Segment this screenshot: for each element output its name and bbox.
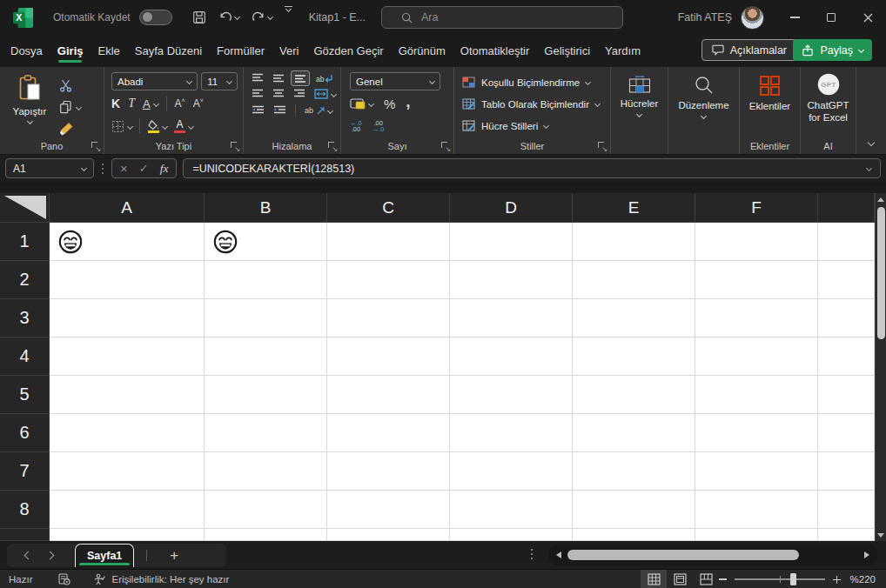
cell-E2[interactable] [573, 261, 695, 299]
cell[interactable] [818, 376, 875, 414]
cell-C7[interactable] [327, 452, 450, 491]
column-header-D[interactable]: D [450, 193, 573, 223]
tab-formuller[interactable]: Formüller [217, 37, 265, 64]
tab-yardim[interactable]: Yardım [605, 37, 641, 64]
font-dialog-launcher[interactable] [231, 142, 239, 150]
cell-C3[interactable] [327, 299, 450, 337]
cell-B6[interactable] [205, 414, 327, 452]
collapse-ribbon-chevron-icon[interactable] [868, 139, 875, 146]
cut-button[interactable] [59, 77, 81, 94]
cell-D1[interactable] [450, 223, 573, 261]
increase-indent-button[interactable] [273, 105, 286, 116]
cell[interactable] [818, 337, 875, 376]
cell-B3[interactable] [205, 299, 327, 337]
tab-gorunum[interactable]: Görünüm [399, 37, 446, 64]
cell-A5[interactable] [50, 376, 205, 414]
fill-color-button[interactable] [147, 120, 167, 133]
align-center-button[interactable] [272, 89, 285, 99]
chatgpt-button[interactable]: GPT ChatGPT for Excel [801, 67, 856, 124]
font-color-dropdown-chevron-icon[interactable] [188, 123, 194, 129]
cell-D3[interactable] [450, 299, 573, 337]
increase-decimal-button[interactable]: ←.0.00 [350, 120, 362, 133]
cell-E5[interactable] [573, 376, 695, 414]
page-layout-view-button[interactable] [667, 570, 693, 588]
autosave-toggle[interactable] [139, 10, 172, 25]
insert-function-button[interactable]: fx [160, 162, 169, 176]
cell-B7[interactable] [205, 452, 327, 491]
zoom-slider[interactable] [735, 578, 825, 579]
avatar[interactable] [741, 6, 764, 30]
scroll-right-arrow-icon[interactable] [864, 551, 869, 558]
enter-button[interactable]: ✓ [139, 162, 149, 175]
bottom-align-button[interactable] [291, 70, 310, 86]
cell[interactable] [450, 529, 573, 541]
prev-sheet-button[interactable] [17, 544, 39, 567]
tab-otomatiklestir[interactable]: Otomatikleştir [460, 37, 529, 64]
column-header-B[interactable]: B [205, 193, 327, 223]
fill-color-dropdown-chevron-icon[interactable] [162, 123, 168, 129]
cell[interactable] [818, 414, 875, 452]
cell-D6[interactable] [450, 414, 573, 452]
format-painter-button[interactable] [59, 120, 81, 137]
cell-C4[interactable] [327, 337, 450, 376]
styles-dialog-launcher[interactable] [598, 142, 607, 150]
merge-dropdown-chevron-icon[interactable] [331, 90, 337, 97]
comma-style-button[interactable]: , [406, 97, 410, 106]
qat-customize-button[interactable] [279, 6, 299, 29]
middle-align-button[interactable] [272, 73, 285, 84]
tab-gelistirici[interactable]: Geliştirici [544, 37, 590, 64]
vertical-scrollbar-thumb[interactable] [877, 207, 885, 339]
cell[interactable] [205, 529, 327, 541]
cell-A2[interactable] [50, 261, 205, 299]
cell-C2[interactable] [327, 261, 450, 299]
cell-B5[interactable] [205, 376, 327, 414]
paste-dropdown-chevron-icon[interactable] [26, 118, 32, 124]
bold-button[interactable]: K [111, 97, 120, 110]
cells-button[interactable]: Hücreler [611, 67, 668, 117]
cell-B1[interactable] [205, 223, 327, 261]
cell-E3[interactable] [573, 299, 695, 337]
wrap-text-button[interactable]: ab [316, 74, 332, 83]
clipboard-dialog-launcher[interactable] [91, 142, 100, 150]
cell-F1[interactable] [695, 223, 818, 261]
cell-D4[interactable] [450, 337, 573, 376]
cell-B2[interactable] [205, 261, 327, 299]
cell-E6[interactable] [573, 414, 695, 452]
editing-button[interactable]: Düzenleme [668, 67, 739, 118]
cell-A6[interactable] [50, 414, 205, 452]
cell-D2[interactable] [450, 261, 573, 299]
macro-record-button[interactable] [58, 573, 70, 585]
cell-B4[interactable] [205, 337, 327, 376]
row-header-2[interactable]: 2 [0, 261, 50, 299]
comments-button[interactable]: Açıklamalar [701, 39, 797, 61]
cell-C8[interactable] [327, 491, 450, 529]
cell[interactable] [573, 529, 695, 541]
cell-E8[interactable] [573, 491, 695, 529]
tab-sayfa-duzeni[interactable]: Sayfa Düzeni [135, 37, 202, 64]
cell-B8[interactable] [205, 491, 327, 529]
vertical-scrollbar[interactable] [875, 193, 886, 541]
column-header-F[interactable]: F [695, 193, 818, 223]
underline-dropdown-chevron-icon[interactable] [153, 100, 159, 106]
tab-veri[interactable]: Veri [279, 37, 299, 64]
cell[interactable] [818, 261, 875, 299]
cell-D7[interactable] [450, 452, 573, 491]
italic-button[interactable]: T [128, 97, 135, 110]
cell-F3[interactable] [695, 299, 818, 337]
alignment-dialog-launcher[interactable] [328, 142, 337, 150]
add-sheet-button[interactable]: + [147, 544, 201, 567]
cancel-button[interactable]: × [120, 161, 128, 176]
formula-input[interactable]: =UNICODEKARAKTERİ(128513) [183, 158, 881, 178]
cell[interactable] [818, 223, 875, 261]
name-box[interactable]: A1 [5, 158, 94, 178]
paste-button[interactable]: Yapıştır [7, 73, 52, 137]
borders-button[interactable] [111, 120, 132, 133]
borders-dropdown-chevron-icon[interactable] [127, 123, 133, 129]
redo-dropdown-chevron-icon[interactable] [267, 13, 273, 19]
decrease-indent-button[interactable] [252, 105, 265, 116]
copy-dropdown-chevron-icon[interactable] [76, 104, 82, 110]
sheet-tab-sayfa1[interactable]: Sayfa1 [75, 544, 134, 567]
zoom-level[interactable]: %220 [850, 574, 876, 585]
cell-C6[interactable] [327, 414, 450, 452]
increase-font-size-button[interactable]: A˄ [175, 97, 185, 110]
